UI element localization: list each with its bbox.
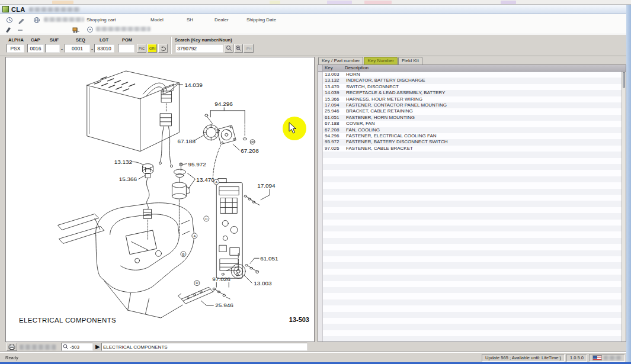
row-key: 17.094 — [325, 102, 346, 108]
search-zoom-button[interactable] — [234, 44, 243, 53]
tab-key-part-number[interactable]: Key / Part number — [318, 57, 363, 65]
update-info: Update 565 ; Available until: LifeTime:) — [485, 355, 561, 360]
pom-field[interactable] — [118, 44, 134, 53]
table-row[interactable]: 67.188COVER, FAN — [318, 121, 622, 127]
gutter-header — [318, 65, 323, 71]
description-column-header[interactable]: Description — [345, 65, 626, 71]
callout-14039: 14.039 — [184, 82, 203, 88]
status-version-cell: 1.0.5.0 — [566, 354, 587, 362]
callout-13132: 13.132 — [114, 159, 133, 165]
diagram-page-number: 13-503 — [289, 316, 309, 323]
section-title-field[interactable]: ELECTRICAL COMPONENTS — [101, 343, 308, 351]
key-column-header[interactable]: Key — [323, 65, 345, 71]
forklift-icon[interactable] — [71, 25, 81, 34]
tab-field-kit[interactable]: Field Kit — [398, 57, 422, 65]
balloon-letter: D — [196, 282, 198, 285]
table-row[interactable]: 13.470SWITCH, DISCONNECT — [318, 84, 622, 90]
table-row[interactable]: 14.039RECEPTACLE & LEAD ASSEMBLY, BATTER… — [318, 90, 622, 96]
tab-key-number[interactable]: Key Number — [364, 57, 397, 65]
toolbar: Shopping cart Model SH Dealer Shipping D… — [0, 14, 626, 34]
callout-17094: 17.094 — [257, 182, 276, 189]
row-description: SWITCH, DISCONNECT — [346, 84, 622, 90]
page-search-icon — [63, 344, 69, 350]
shipping-date-label: Shipping Date — [246, 17, 276, 22]
gri-button[interactable]: GRI — [148, 44, 157, 53]
strip-artifact — [364, 1, 392, 4]
alpha-label: ALPHA — [8, 37, 24, 43]
suf-field[interactable] — [45, 44, 60, 53]
callout-97026: 97.026 — [212, 276, 230, 282]
alpha-field[interactable] — [7, 44, 24, 53]
edit-icon[interactable] — [17, 15, 26, 24]
blurred-toolbar-icons — [20, 344, 56, 350]
strip-artifact — [52, 1, 73, 4]
balloon-letter: C — [205, 217, 208, 221]
row-key: 61.051 — [325, 115, 346, 121]
printer-icon — [8, 344, 15, 350]
row-description: FAN, COOLING — [346, 127, 622, 133]
model-label: Model — [150, 17, 164, 22]
dash-separator: - — [91, 46, 93, 52]
table-row[interactable]: 97.026FASTENER, CABLE BRACKET — [318, 146, 622, 152]
iph-button[interactable]: IPH — [244, 44, 254, 53]
table-row[interactable]: 13.132INDICATOR, BATTERY DISCHARGE — [318, 78, 622, 83]
next-section-icon[interactable]: ▶ — [95, 343, 100, 350]
strip-artifact — [270, 1, 280, 4]
table-scrollbar[interactable] — [622, 72, 626, 342]
search-input[interactable] — [175, 44, 223, 53]
window-title: CLA — [11, 6, 25, 13]
bottom-toolbar: -503 ▶ ELECTRICAL COMPONENTS — [5, 343, 315, 352]
blurred-watermark-text — [604, 356, 622, 360]
lot-field[interactable] — [94, 44, 114, 53]
query-formbar: ALPHA CAP SUF - SEQ - LOT POM PIC GRI Se… — [0, 34, 626, 56]
pom-label: POM — [122, 37, 132, 43]
scrollbar-thumb[interactable] — [623, 72, 625, 88]
shopping-cart-label[interactable]: Shopping cart — [87, 17, 116, 22]
row-description: FASTENER, ELECTRICAL COOLING FAN — [346, 133, 622, 139]
table-row[interactable]: 25.946BRACKET, CABLE RETAINING — [318, 108, 622, 114]
lot-label: LOT — [100, 37, 108, 43]
table-row[interactable]: 67.208FAN, COOLING — [318, 127, 622, 133]
cap-field[interactable] — [27, 44, 44, 53]
info-icon[interactable] — [85, 25, 95, 34]
page-number-field[interactable]: -503 — [61, 343, 93, 351]
undo-button[interactable] — [158, 44, 168, 53]
table-row[interactable]: 15.366HARNESS, HOUR METER WIRING — [318, 96, 622, 102]
cap-label: CAP — [31, 37, 40, 43]
sh-label: SH — [187, 17, 193, 22]
callout-61051: 61.051 — [260, 255, 278, 262]
page-number-value: -503 — [70, 344, 79, 350]
pen-icon[interactable] — [4, 25, 13, 34]
row-description: FASTENER, CABLE BRACKET — [346, 146, 622, 152]
callout-13470: 13.470 — [196, 176, 214, 183]
section-title-value: ELECTRICAL COMPONENTS — [103, 344, 168, 350]
dash-separator: - — [61, 46, 63, 52]
seq-field[interactable] — [65, 44, 90, 53]
version-number: 1.0.5.0 — [570, 355, 584, 360]
table-row[interactable]: 95.972FASTENER, BATTERY DISCONNECT SWITC… — [318, 139, 622, 145]
row-description: FASTENER, BATTERY DISCONNECT SWITCH — [346, 139, 622, 145]
row-key: 97.026 — [325, 146, 346, 152]
callout-13003: 13.003 — [254, 280, 272, 286]
history-icon[interactable] — [5, 15, 14, 24]
row-description: COVER, FAN — [346, 121, 622, 127]
pic-button[interactable]: PIC — [137, 44, 146, 53]
separator — [171, 37, 172, 54]
row-key: 67.188 — [325, 121, 346, 127]
table-row[interactable]: 17.094FASTENER, CONTACTOR PANEL MOUNTING — [318, 102, 622, 108]
globe-icon[interactable] — [32, 15, 41, 24]
row-gutter — [318, 72, 323, 342]
search-plus-icon — [235, 45, 242, 51]
minus-icon[interactable] — [15, 25, 25, 34]
row-description: HARNESS, HOUR METER WIRING — [346, 96, 622, 102]
strip-artifact — [501, 1, 516, 4]
row-key: 15.366 — [325, 96, 346, 102]
table-row[interactable]: 61.051FASTENER, HORN MOUNTING — [318, 115, 622, 121]
callout-15366: 15.366 — [119, 176, 137, 182]
search-button[interactable] — [225, 44, 233, 53]
row-key: 13.132 — [325, 78, 346, 83]
print-button[interactable] — [7, 343, 17, 351]
table-row[interactable]: 13.003HORN — [318, 72, 622, 78]
row-key: 13.470 — [325, 84, 346, 90]
table-row[interactable]: 94.296FASTENER, ELECTRICAL COOLING FAN — [318, 133, 622, 139]
